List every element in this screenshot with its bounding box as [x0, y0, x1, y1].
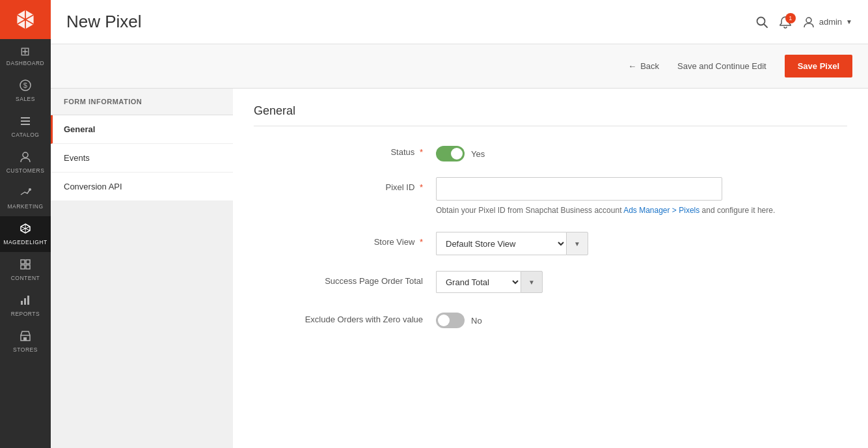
svg-rect-3 — [21, 120, 30, 122]
order-total-label: Success Page Order Total — [254, 271, 436, 286]
order-total-control: Grand Total Subtotal ▼ — [436, 271, 847, 293]
reports-icon — [20, 294, 31, 308]
order-total-dropdown-btn[interactable]: ▼ — [521, 271, 543, 293]
form-info-header: FORM INFORMATION — [51, 89, 233, 115]
exclude-zero-control: No — [436, 309, 847, 328]
left-panel: FORM INFORMATION General Events Conversi… — [51, 89, 233, 448]
back-label: Back — [640, 61, 659, 71]
sidebar-item-reports[interactable]: REPORTS — [0, 288, 51, 324]
store-view-required: * — [420, 237, 423, 247]
sidebar-item-stores[interactable]: STORES — [0, 324, 51, 359]
customers-icon — [20, 151, 31, 165]
sidebar-label-catalog: CATALOG — [12, 132, 40, 138]
svg-rect-12 — [24, 298, 26, 305]
admin-chevron-icon: ▼ — [846, 18, 852, 25]
sidebar-label-stores: STORES — [13, 346, 38, 353]
pixel-id-input[interactable] — [436, 177, 722, 201]
status-control: Yes — [436, 142, 847, 161]
header: New Pixel 1 admin — [51, 0, 868, 44]
admin-label: admin — [819, 17, 842, 27]
sidebar-logo[interactable] — [0, 0, 51, 39]
svg-rect-8 — [26, 260, 30, 264]
pixel-id-required: * — [420, 182, 423, 192]
status-row: Status * Yes — [254, 142, 847, 161]
sidebar-label-reports: REPORTS — [11, 311, 40, 317]
sidebar-label-customers: CUSTOMERS — [7, 167, 45, 174]
pixel-id-hint: Obtain your Pixel ID from Snapchat Busin… — [436, 204, 847, 216]
exclude-zero-label: Exclude Orders with Zero value — [254, 309, 436, 326]
store-view-select[interactable]: Default Store View — [436, 232, 566, 255]
sidebar-item-marketing[interactable]: MARKETING — [0, 180, 51, 216]
store-view-row: Store View * Default Store View ▼ — [254, 232, 847, 255]
pixel-id-label: Pixel ID * — [254, 177, 436, 192]
search-icon — [755, 16, 768, 29]
status-label: Status * — [254, 142, 436, 157]
notification-badge: 1 — [785, 13, 796, 23]
stores-icon — [20, 330, 31, 344]
sidebar-label-dashboard: DASHBOARD — [7, 60, 44, 66]
order-total-chevron-icon: ▼ — [528, 279, 535, 286]
save-pixel-button[interactable]: Save Pixel — [785, 55, 852, 77]
svg-rect-15 — [23, 337, 27, 341]
header-actions: 1 admin ▼ — [755, 16, 852, 29]
svg-text:$: $ — [23, 81, 28, 89]
svg-rect-7 — [21, 260, 25, 264]
sales-icon: $ — [20, 79, 31, 93]
main-area: New Pixel 1 admin — [51, 0, 868, 448]
content-icon — [20, 259, 31, 272]
admin-user-menu[interactable]: admin ▼ — [802, 16, 852, 29]
sidebar-label-marketing: MARKETING — [7, 203, 43, 210]
page-title: New Pixel — [66, 12, 142, 32]
pixel-id-control: Obtain your Pixel ID from Snapchat Busin… — [436, 177, 847, 216]
svg-line-17 — [764, 24, 767, 27]
save-continue-button[interactable]: Save and Continue Edit — [667, 56, 777, 76]
svg-rect-11 — [21, 301, 23, 305]
ads-manager-link[interactable]: Ads Manager > Pixels — [623, 206, 699, 215]
svg-rect-13 — [27, 296, 29, 305]
exclude-zero-row: Exclude Orders with Zero value No — [254, 309, 847, 328]
sidebar-item-customers[interactable]: CUSTOMERS — [0, 145, 51, 180]
magedelight-icon — [20, 223, 31, 236]
status-required: * — [420, 147, 423, 157]
sidebar-item-content[interactable]: CONTENT — [0, 252, 51, 288]
svg-rect-2 — [21, 117, 30, 119]
pixel-id-row: Pixel ID * Obtain your Pixel ID from Sna… — [254, 177, 847, 216]
store-view-label: Store View * — [254, 232, 436, 247]
catalog-icon — [20, 115, 31, 129]
sidebar-label-content: CONTENT — [11, 275, 40, 281]
order-total-select[interactable]: Grand Total Subtotal — [436, 271, 521, 293]
marketing-icon — [20, 187, 31, 201]
status-toggle[interactable] — [436, 146, 465, 161]
svg-rect-4 — [21, 124, 30, 125]
sidebar-item-sales[interactable]: $ SALES — [0, 73, 51, 109]
svg-rect-10 — [26, 265, 30, 269]
toolbar: ← Back Save and Continue Edit Save Pixel — [51, 44, 868, 89]
order-total-row: Success Page Order Total Grand Total Sub… — [254, 271, 847, 293]
svg-point-6 — [29, 188, 31, 191]
user-icon — [802, 16, 815, 29]
exclude-zero-toggle[interactable] — [436, 313, 465, 328]
sidebar: ⊞ DASHBOARD $ SALES CATALOG CUST — [0, 0, 51, 448]
search-button[interactable] — [755, 16, 768, 29]
svg-point-5 — [23, 152, 28, 158]
store-view-control: Default Store View ▼ — [436, 232, 847, 255]
body-area: FORM INFORMATION General Events Conversi… — [51, 89, 868, 448]
sidebar-label-magedelight: MAGEDELIGHT — [3, 239, 47, 245]
store-view-dropdown-btn[interactable]: ▼ — [566, 232, 588, 255]
sidebar-label-sales: SALES — [16, 96, 35, 102]
exclude-zero-toggle-label: No — [471, 316, 482, 326]
back-button[interactable]: ← Back — [628, 61, 659, 71]
sidebar-item-catalog[interactable]: CATALOG — [0, 109, 51, 145]
svg-point-18 — [806, 18, 811, 23]
status-toggle-label: Yes — [471, 149, 485, 159]
svg-rect-9 — [21, 265, 25, 269]
dashboard-icon: ⊞ — [20, 46, 31, 57]
nav-item-events[interactable]: Events — [51, 144, 233, 173]
section-title: General — [254, 104, 847, 126]
sidebar-item-magedelight[interactable]: MAGEDELIGHT — [0, 216, 51, 252]
nav-item-conversion-api[interactable]: Conversion API — [51, 173, 233, 201]
nav-item-general[interactable]: General — [51, 115, 233, 144]
notification-button[interactable]: 1 — [779, 16, 792, 29]
sidebar-item-dashboard[interactable]: ⊞ DASHBOARD — [0, 39, 51, 73]
store-view-chevron-icon: ▼ — [574, 240, 580, 247]
